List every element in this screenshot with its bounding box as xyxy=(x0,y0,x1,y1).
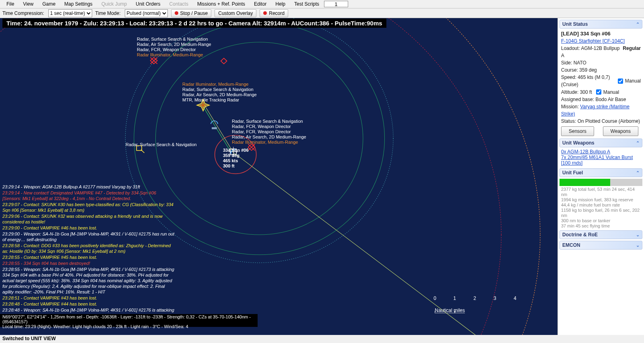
log-entry: 23:28:55 - Weapon: SA-N-1b Goa [M-1M/P V… xyxy=(2,267,175,295)
menu-help[interactable]: Help xyxy=(271,0,289,8)
menu-test-scripts[interactable]: Test Scripts xyxy=(290,0,323,8)
svg-marker-14 xyxy=(200,102,206,108)
unit-speed: Speed: 465 kts (M 0,7) (Cruise) xyxy=(561,74,614,88)
stop-icon xyxy=(175,11,178,15)
log-entry: 23:28:55 - 334 Sqn #04 has been destroye… xyxy=(2,260,175,266)
sensors-button[interactable]: Sensors xyxy=(561,126,594,136)
custom-overlay-button[interactable]: Custom Overlay xyxy=(215,9,256,17)
time-banner: Time: 24. november 1979 - Zulu: 23:29:13… xyxy=(2,19,386,28)
chevron-down-icon: ⌄ xyxy=(636,243,640,248)
menu-map-settings[interactable]: Map Settings xyxy=(60,0,97,8)
log-entry: 23:28:48 - Weapon: SA-N-1b Goa [M-1M/P V… xyxy=(2,307,175,313)
altitude-manual-toggle[interactable]: Manual xyxy=(594,88,619,96)
weapon-row[interactable]: 7x 20mm/85 M61A1 Vulcan Burst [100 rnds] xyxy=(561,155,641,166)
time-mode-label: Time Mode: xyxy=(95,10,121,16)
menu-editor[interactable]: Editor xyxy=(250,0,270,8)
section-unit-status[interactable]: Unit Status⌃ xyxy=(559,20,642,29)
log-entry: 23:29:00 - Weapon: SA-N-1b Goa [M-1M/P V… xyxy=(2,231,175,242)
contact-sensor-list: Radar, Surface Search & Navigation Radar… xyxy=(137,37,211,58)
section-unit-fuel[interactable]: Unit Fuel⌃ xyxy=(559,168,642,177)
speed-manual-toggle[interactable]: Manual xyxy=(616,77,641,85)
chevron-up-icon: ⌃ xyxy=(636,170,640,176)
weapon-row[interactable]: 0x AGM-12B Bullpup A xyxy=(561,149,641,155)
svg-line-7 xyxy=(204,104,233,153)
weapons-button[interactable]: Weapons xyxy=(603,126,638,136)
fuel-bar xyxy=(559,179,642,186)
section-unit-weapons[interactable]: Unit Weapons⌃ xyxy=(559,138,642,147)
map-scale: 0 1 2 3 4 Nautical miles xyxy=(435,308,465,313)
svg-rect-15 xyxy=(212,127,217,129)
unit-altitude: Altitude: 300 ft xyxy=(561,89,592,96)
record-icon xyxy=(263,11,267,15)
contact-sensor-list: Radar Illuminator, Medium-Range Radar, S… xyxy=(182,82,257,103)
unit-proficiency: Regular xyxy=(623,45,641,52)
log-entry: 23:29:14 - Weapon: AGM-12B Bullpup A #21… xyxy=(2,184,175,190)
log-entry: 23:28:58 - Contact: DDG #33 has been pos… xyxy=(2,243,175,254)
contact-sensor-list: Radar, Surface Search & Navigation Radar… xyxy=(232,119,306,145)
section-emcon[interactable]: EMCON⌄ xyxy=(559,241,642,250)
svg-line-17 xyxy=(141,150,144,153)
log-entry: 23:29:06 - Contact: SKUNK #32 was observ… xyxy=(2,213,175,225)
selected-unit-label: 334 Sqn #06 359 deg 465 kts 300 ft xyxy=(223,148,249,169)
unit-status-line: Status: On Plotted Course (Airborne) xyxy=(561,118,641,125)
time-compression-label: Time Compression: xyxy=(2,10,44,16)
toolbar: Time Compression: 1 sec (real-time) Time… xyxy=(0,8,644,18)
menu-quick-jump[interactable]: Quick Jump xyxy=(97,0,131,8)
menu-file[interactable]: File xyxy=(2,0,18,8)
log-entry: 23:28:48 - Contact VAMPIRE #44 has been … xyxy=(2,301,175,307)
chevron-up-icon: ⌃ xyxy=(636,141,640,146)
chevron-up-icon: ⌃ xyxy=(636,22,640,27)
log-entry: 23:28:51 - Contact VAMPIRE #43 has been … xyxy=(2,295,175,301)
log-entry: 23:29:00 - Contact VAMPIRE #46 has been … xyxy=(2,225,175,231)
unit-class-link[interactable]: F-104G Starfighter [CF-104C] xyxy=(561,38,625,44)
unit-title: [LEAD] 334 Sqn #06 xyxy=(561,30,641,37)
contact-label: Radar, Surface Search & Navigation xyxy=(126,142,197,147)
menu-unit-orders[interactable]: Unit Orders xyxy=(132,0,164,8)
map-coord-bar: N69°00'27", E2°24'14" - 1,25nm from sel … xyxy=(0,314,258,327)
log-entry: 23:29:14 - New contact! Designated VAMPI… xyxy=(2,190,175,201)
menu-game[interactable]: Game xyxy=(38,0,60,8)
time-compression-select[interactable]: 1 sec (real-time) xyxy=(48,9,92,17)
message-log[interactable]: 23:29:14 - Weapon: AGM-12B Bullpup A #21… xyxy=(2,184,175,313)
record-button[interactable]: Record xyxy=(260,9,288,17)
menu-view[interactable]: View xyxy=(19,0,37,8)
tactical-map[interactable]: Radar, Surface Search & Navigation Radar… xyxy=(0,18,557,335)
time-mode-select[interactable]: Pulsed (normal) xyxy=(125,9,168,17)
menu-missions-ref-points[interactable]: Missions + Ref. Points xyxy=(193,0,249,8)
menubar: FileViewGameMap SettingsQuick JumpUnit O… xyxy=(0,0,644,8)
log-entry: 23:28:55 - Contact VAMPIRE #45 has been … xyxy=(2,254,175,260)
log-entry: 23:29:07 - Contact: SKUNK #30 has been t… xyxy=(2,202,175,213)
unit-course: Course: 359 deg xyxy=(561,66,641,74)
stop-pause-button[interactable]: Stop / Pause xyxy=(171,9,212,17)
chevron-down-icon: ⌄ xyxy=(636,232,640,238)
section-doctrine[interactable]: Doctrine & RoE⌄ xyxy=(559,230,642,239)
unit-base: Assigned base: Bodo Air Base xyxy=(561,96,641,103)
unit-side: Side: NATO xyxy=(561,59,641,66)
menu-input[interactable] xyxy=(324,1,348,7)
mission-label: Mission: xyxy=(561,104,579,110)
status-bar: Switched to UNIT VIEW xyxy=(0,335,644,343)
menu-contacts[interactable]: Contacts xyxy=(165,0,192,8)
unit-panel: Unit Status⌃ [LEAD] 334 Sqn #06 F-104G S… xyxy=(557,18,644,335)
fuel-info: 2377 kg total fuel, 53 min 24 sec, 414 n… xyxy=(561,187,641,229)
